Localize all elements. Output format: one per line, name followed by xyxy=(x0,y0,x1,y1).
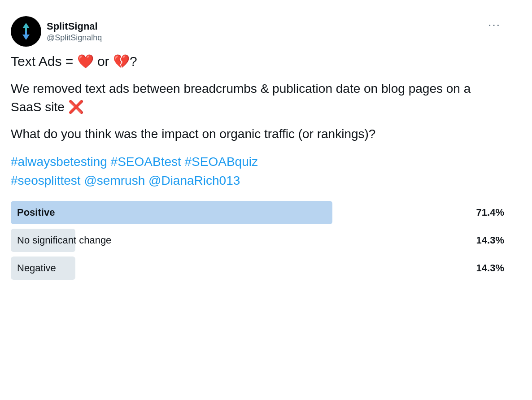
tweet-line-1: Text Ads = ❤️ or 💔? xyxy=(11,52,504,71)
poll-bar-positive-container: Positive xyxy=(11,201,461,224)
poll-bar-no-change-container: No significant change xyxy=(11,229,461,252)
broken-heart-emoji: 💔 xyxy=(113,54,130,69)
hashtags-line1[interactable]: #alwaysbetesting #SEOABtest #SEOABquiz xyxy=(11,152,504,171)
account-name[interactable]: SplitSignal xyxy=(47,21,102,32)
tweet-header: SplitSignal @SplitSignalhq ··· xyxy=(11,16,504,47)
tweet-hashtags[interactable]: #alwaysbetesting #SEOABtest #SEOABquiz #… xyxy=(11,152,504,190)
more-options-button[interactable]: ··· xyxy=(484,16,504,34)
question-mark: ? xyxy=(130,54,137,69)
tweet-body: Text Ads = ❤️ or 💔? We removed text ads … xyxy=(11,52,504,280)
poll-bar-positive xyxy=(11,201,332,224)
or-text: or xyxy=(94,54,113,69)
poll-percentage-positive: 71.4% xyxy=(468,207,504,218)
account-handle[interactable]: @SplitSignalhq xyxy=(47,33,102,43)
poll-option-no-change[interactable]: No significant change 14.3% xyxy=(11,229,504,252)
hashtags-line2[interactable]: #seosplittest @semrush @DianaRich013 xyxy=(11,171,504,190)
poll-option-negative[interactable]: Negative 14.3% xyxy=(11,257,504,280)
svg-marker-1 xyxy=(22,31,30,40)
poll-container: Positive 71.4% No significant change 14.… xyxy=(11,201,504,280)
tweet-header-left: SplitSignal @SplitSignalhq xyxy=(11,16,102,47)
tweet-body-text: We removed text ads between breadcrumbs … xyxy=(11,80,504,116)
account-info: SplitSignal @SplitSignalhq xyxy=(47,21,102,43)
tweet-question-text: What do you think was the impact on orga… xyxy=(11,125,504,143)
svg-marker-0 xyxy=(22,23,30,32)
poll-label-no-change: No significant change xyxy=(17,235,111,246)
tweet-container: SplitSignal @SplitSignalhq ··· Text Ads … xyxy=(11,9,504,291)
poll-percentage-negative: 14.3% xyxy=(468,262,504,274)
question-text: What do you think was the impact on orga… xyxy=(11,127,375,141)
poll-percentage-no-change: 14.3% xyxy=(468,235,504,246)
x-emoji: ❌ xyxy=(68,100,84,114)
poll-label-negative: Negative xyxy=(17,262,56,274)
heart-emoji: ❤️ xyxy=(77,54,94,69)
avatar[interactable] xyxy=(11,16,41,47)
poll-bar-negative-container: Negative xyxy=(11,257,461,280)
text-ads-label: Text Ads = xyxy=(11,54,77,69)
poll-label-positive: Positive xyxy=(17,207,55,218)
poll-option-positive[interactable]: Positive 71.4% xyxy=(11,201,504,224)
